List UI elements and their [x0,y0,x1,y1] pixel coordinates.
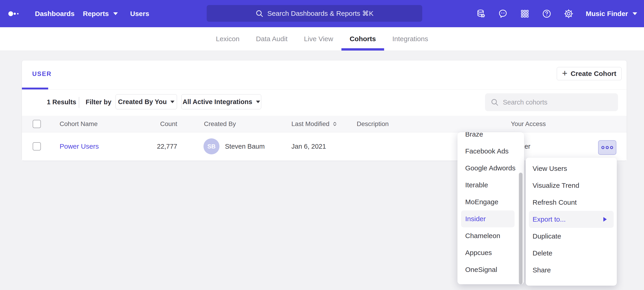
tab-cohorts[interactable]: Cohorts [342,27,384,51]
menu-item-share[interactable]: Share [526,262,617,278]
nav-item-reports[interactable]: Reports [83,10,118,18]
workspace-name: Music Finder [586,10,628,18]
cohort-search-input[interactable] [503,99,603,106]
create-cohort-label: Create Cohort [571,70,616,78]
menu-item-export-to[interactable]: Export to... [529,211,614,228]
tab-live-view[interactable]: Live View [296,27,342,51]
header-created-by[interactable]: Created By [204,120,236,128]
menu-item-delete[interactable]: Delete [526,245,617,262]
submenu-item-moengage[interactable]: MoEngage [458,194,524,210]
sort-icon[interactable] [332,121,338,127]
submenu-item-braze[interactable]: Braze [458,132,524,143]
tab-user-cohorts[interactable]: USER [32,70,52,78]
cohort-search-field[interactable] [485,93,618,111]
row-actions-button[interactable] [598,140,616,155]
global-search-placeholder: Search Dashboards & Reports ⌘K [267,9,374,17]
chevron-down-icon [632,12,637,15]
user-tab-underline [22,88,48,89]
header-your-access[interactable]: Your Access [511,120,546,128]
header-last-modified-label: Last Modified [292,120,330,128]
apps-grid-icon[interactable] [520,9,530,19]
submenu-item-google-adwords[interactable]: Google Adwords [458,160,524,177]
menu-item-view-users[interactable]: View Users [526,160,617,177]
search-icon [255,9,264,18]
filter-integrations-value: All Active Integrations [182,98,252,106]
menu-item-duplicate[interactable]: Duplicate [526,228,617,245]
feedback-icon[interactable] [498,9,508,19]
table-header-row: Cohort Name Count Created By Last Modifi… [22,116,627,132]
select-all-checkbox[interactable] [33,120,41,128]
brand-dots-logo-icon[interactable] [8,11,19,17]
header-description[interactable]: Description [357,120,389,128]
submenu-arrow-icon [603,217,607,222]
submenu-scrollbar[interactable] [519,173,522,284]
submenu-item-onesignal[interactable]: OneSignal [458,261,524,278]
nav-item-dashboards[interactable]: Dashboards [35,10,74,18]
divider [79,97,79,108]
row-context-menu: View Users Visualize Trend Refresh Count… [526,158,617,286]
divider [22,89,627,90]
cohorts-panel: USER + Create Cohort 1 Results Filter by… [22,60,627,161]
header-cohort-name[interactable]: Cohort Name [60,120,98,128]
cohort-count: 22,777 [132,143,177,150]
filter-created-by-dropdown[interactable]: Created By You [116,94,177,109]
header-last-modified[interactable]: Last Modified [292,120,338,128]
nav-item-reports-label: Reports [83,10,109,18]
submenu-item-insider[interactable]: Insider [461,210,514,227]
table-row: Power Users 22,777 SB Steven Baum Jan 6,… [22,132,627,160]
export-to-submenu: Braze Facebook Ads Google Adwords Iterab… [458,132,524,284]
row-checkbox[interactable] [33,142,41,151]
header-count[interactable]: Count [145,120,177,128]
filter-integrations-dropdown[interactable]: All Active Integrations [181,94,261,109]
submenu-item-iterable[interactable]: Iterable [458,177,524,194]
created-by-cell: SB Steven Baum [204,138,265,154]
plus-icon: + [562,69,567,78]
section-tabs: Lexicon Data Audit Live View Cohorts Int… [0,27,644,51]
data-management-icon[interactable] [476,9,486,19]
tab-cohorts-label: Cohorts [350,35,376,43]
create-cohort-button[interactable]: + Create Cohort [557,67,622,80]
brand-dots-logo-icon [8,11,19,17]
search-icon [490,98,499,106]
nav-item-users[interactable]: Users [130,10,149,18]
tab-lexicon[interactable]: Lexicon [208,27,248,51]
global-search-bar[interactable]: Search Dashboards & Reports ⌘K [207,5,422,22]
top-nav-bar: Dashboards Reports Users Search Dashboar… [0,0,644,27]
results-count: 1 Results [47,98,76,106]
menu-item-visualize-trend[interactable]: Visualize Trend [526,177,617,194]
tab-data-audit[interactable]: Data Audit [248,27,296,51]
filter-created-by-value: Created By You [118,98,167,106]
settings-gear-icon[interactable] [564,9,574,19]
submenu-item-appcues[interactable]: Appcues [458,244,524,261]
chevron-down-icon [256,101,260,103]
submenu-item-facebook-ads[interactable]: Facebook Ads [458,143,524,160]
menu-item-refresh-count[interactable]: Refresh Count [526,194,617,211]
cohort-name-link[interactable]: Power Users [60,142,99,150]
filter-by-label: Filter by [86,98,112,106]
chevron-down-icon [113,12,118,15]
chevron-down-icon [170,101,174,103]
submenu-item-chameleon[interactable]: Chameleon [458,227,524,244]
avatar: SB [204,138,220,154]
ellipsis-icon [601,146,614,149]
last-modified-cell: Jan 6, 2021 [292,143,326,150]
app-window: Dashboards Reports Users Search Dashboar… [0,0,644,290]
creator-name: Steven Baum [225,143,265,150]
workspace-switcher[interactable]: Music Finder [586,10,637,18]
help-icon[interactable] [542,9,552,19]
top-nav-actions: Music Finder [476,0,637,27]
active-tab-underline [342,48,384,51]
tab-integrations[interactable]: Integrations [384,27,436,51]
menu-item-export-to-label: Export to... [532,215,566,223]
